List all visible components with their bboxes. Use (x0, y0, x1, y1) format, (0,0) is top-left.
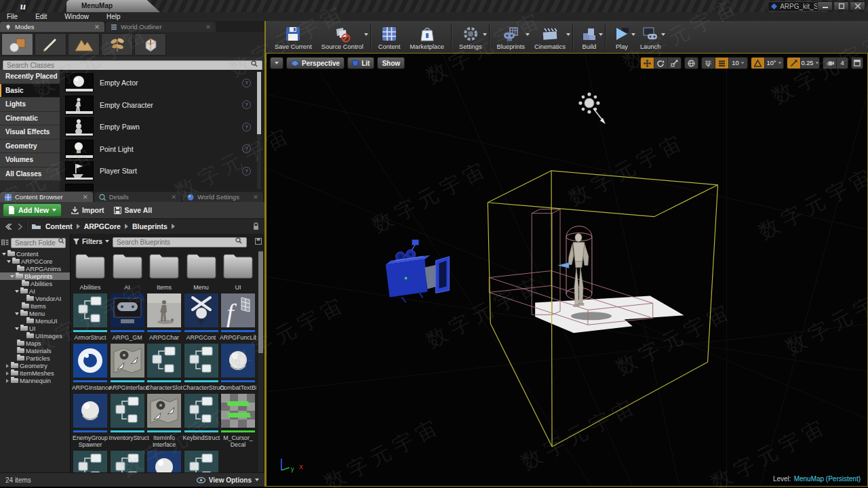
tree-item-mannequin[interactable]: Mannequin (0, 377, 70, 384)
viewport-scene[interactable]: y X (267, 54, 867, 486)
search-classes-input[interactable] (3, 60, 262, 70)
folder-tile-abilities[interactable]: Abilities (72, 249, 108, 291)
tab-world-settings[interactable]: World Settings ✕ (182, 192, 263, 202)
tree-item-blueprints[interactable]: Blueprints (0, 272, 70, 280)
tree-item-itemmeshes[interactable]: ItemMeshes (0, 369, 70, 377)
tree-item-geometry[interactable]: Geometry (0, 362, 70, 369)
asset-tile[interactable]: ARPGCont (183, 293, 220, 341)
mode-paint-button[interactable] (35, 33, 66, 56)
mode-place-button[interactable] (1, 33, 33, 56)
tree-item-particles[interactable]: Particles (0, 354, 70, 362)
rotation-snap-toggle[interactable] (751, 58, 765, 68)
modes-scrollbar[interactable] (257, 72, 261, 189)
category-basic[interactable]: Basic (0, 84, 60, 98)
save-search-icon[interactable] (255, 238, 262, 245)
tab-details[interactable]: Details ✕ (94, 192, 182, 202)
tree-item-maps[interactable]: Maps (0, 340, 70, 347)
tree-item-materials[interactable]: Materials (0, 347, 70, 354)
tree-item-vendorai[interactable]: VendorAI (0, 295, 70, 302)
search-folders-input[interactable] (11, 238, 66, 248)
folder-tile-ai[interactable]: AI (109, 249, 146, 291)
settings-button[interactable]: Settings (454, 21, 487, 53)
add-new-button[interactable]: Add New (3, 203, 62, 217)
lit-button[interactable]: Lit (347, 57, 374, 69)
rotation-snap-value[interactable]: 10° (765, 58, 783, 68)
perspective-button[interactable]: Perspective (286, 57, 344, 69)
tab-world-outliner[interactable]: World Outliner ✕ (106, 22, 216, 32)
tree-item-menuui[interactable]: MenuUI (0, 317, 70, 325)
tree-item-uiimages[interactable]: UIImages (0, 332, 70, 340)
asset-tile-partial[interactable] (183, 451, 220, 473)
tree-item-content[interactable]: Content (0, 250, 70, 258)
breadcrumb-content[interactable]: Content (45, 222, 73, 230)
menu-help[interactable]: Help (106, 13, 121, 20)
tab-content-browser[interactable]: Content Browser ✕ (0, 192, 93, 202)
build-button[interactable]: Build (576, 21, 603, 53)
view-options-button[interactable]: View Options (197, 476, 259, 484)
menu-window[interactable]: Window (64, 13, 89, 20)
show-button[interactable]: Show (377, 57, 405, 69)
placeable-empty-character[interactable]: Empty Character ? (65, 94, 264, 117)
category-lights[interactable]: Lights (0, 98, 60, 111)
folder-tile-ui[interactable]: UI (220, 249, 256, 291)
asset-tile-partial[interactable] (72, 451, 108, 473)
asset-tile[interactable]: CharacterSlot (146, 344, 182, 391)
close-icon[interactable]: ✕ (205, 23, 211, 30)
cinematics-button[interactable]: Cinematics (530, 21, 570, 53)
tab-modes[interactable]: Modes ✕ (0, 22, 104, 32)
mode-foliage-button[interactable] (101, 33, 133, 56)
asset-tile[interactable]: ARPGInstance (72, 344, 108, 391)
maximize-button[interactable] (833, 1, 849, 11)
asset-tile[interactable]: ARPGInterface (109, 344, 146, 391)
asset-tile[interactable]: ArmorStruct (72, 293, 108, 341)
asset-tile-partial[interactable] (109, 451, 146, 473)
asset-tile[interactable]: ItemInfo Interface (146, 394, 182, 448)
move-tool[interactable] (641, 58, 654, 68)
folder-tile-menu[interactable]: Menu (183, 249, 220, 291)
asset-tile[interactable]: InventoryStruct (109, 394, 146, 448)
close-icon[interactable]: ✕ (94, 23, 100, 30)
scale-tool[interactable] (668, 58, 681, 68)
folder-tile-items[interactable]: Items (146, 249, 182, 291)
tree-item-abilities[interactable]: Abilities (0, 280, 70, 287)
breadcrumb-arpgcore[interactable]: ARPGCore (84, 222, 121, 230)
tree-item-ui[interactable]: UI (0, 325, 70, 332)
maximize-viewport-icon[interactable] (852, 58, 863, 68)
breadcrumb-blueprints[interactable]: Blueprints (132, 222, 167, 230)
camera-speed-icon[interactable] (823, 58, 837, 68)
placeable-empty-actor[interactable]: Empty Actor ? (65, 72, 264, 94)
category-recently-placed[interactable]: Recently Placed (0, 70, 60, 83)
back-icon[interactable] (5, 224, 13, 230)
asset-tile[interactable]: ARPG_GM (109, 293, 146, 341)
help-icon[interactable]: ? (242, 144, 251, 153)
marketplace-button[interactable]: Marketplace (405, 21, 449, 53)
menu-file[interactable]: File (7, 13, 18, 20)
tree-item-arpgcore[interactable]: ARPGCore (0, 258, 70, 265)
asset-tile[interactable]: ARPGFuncLib (220, 293, 256, 341)
play-button[interactable]: Play (608, 21, 635, 53)
asset-tile-partial[interactable] (146, 451, 182, 473)
save-current-button[interactable]: Save Current (270, 21, 317, 53)
scale-snap-value[interactable]: 0.25 (801, 58, 819, 68)
close-icon[interactable]: ✕ (83, 193, 88, 201)
surface-snap-toggle[interactable] (702, 58, 715, 68)
tree-item-arpganims[interactable]: ARPGAnims (0, 265, 70, 272)
placeable-point-light[interactable]: Point Light ? (65, 138, 264, 161)
viewport[interactable]: y X Perspective Lit Show (266, 53, 868, 487)
filters-button[interactable]: Filters (73, 238, 109, 245)
close-icon[interactable]: ✕ (253, 193, 258, 201)
tree-item-ai[interactable]: AI (0, 287, 70, 295)
search-assets-input[interactable] (113, 237, 247, 247)
directional-light-actor[interactable] (578, 92, 606, 123)
asset-tile[interactable]: EnemyGroup Spawner (72, 394, 108, 448)
launch-button[interactable]: Launch (635, 21, 666, 53)
asset-tile[interactable]: M_Cursor_ Decal (220, 394, 256, 448)
close-icon[interactable]: ✕ (171, 193, 176, 201)
tree-item-items[interactable]: Items (0, 302, 70, 310)
asset-tile[interactable]: KeybindStruct (183, 394, 220, 448)
asset-tile[interactable]: CharacterStruct (183, 344, 220, 391)
help-icon[interactable]: ? (242, 79, 251, 87)
scale-snap-toggle[interactable] (787, 58, 801, 68)
viewport-options-button[interactable] (270, 57, 283, 69)
placeable-partial[interactable] (65, 182, 264, 192)
